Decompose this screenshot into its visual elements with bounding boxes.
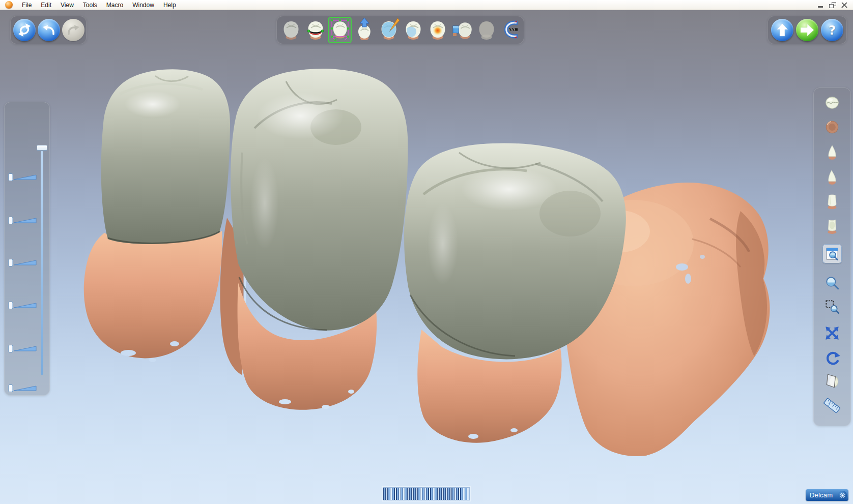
view-mesial-icon <box>823 144 841 161</box>
nav-toolbar: ? <box>767 16 847 44</box>
morph-surface-icon <box>402 17 425 43</box>
teeth-scene <box>0 0 853 504</box>
proximal-contact-stage-button[interactable] <box>450 17 474 43</box>
menu-tools[interactable]: Tools <box>78 1 102 10</box>
model-crown-restoration-center[interactable] <box>220 69 408 410</box>
zoom-fit-icon <box>823 245 841 262</box>
stage-disabled-button <box>474 17 498 43</box>
help-button[interactable]: ? <box>821 19 843 41</box>
morph-surface-stage-button[interactable] <box>401 17 425 43</box>
minimize-icon[interactable] <box>817 2 824 8</box>
close-icon[interactable] <box>841 2 848 8</box>
undo-button[interactable] <box>38 19 60 41</box>
menu-file[interactable]: File <box>17 1 36 10</box>
clip-plane-icon <box>823 372 841 390</box>
gingiva-tool-slider[interactable] <box>8 384 38 393</box>
master-slider-handle[interactable] <box>37 145 47 151</box>
view-distal-button[interactable] <box>822 168 842 187</box>
master-slider-track[interactable] <box>41 151 43 375</box>
view-buccal-icon <box>823 193 841 211</box>
margin-line-stage-button[interactable] <box>303 17 327 43</box>
zoom-button[interactable] <box>822 274 842 293</box>
view-mesial-button[interactable] <box>822 143 842 162</box>
delcam-spider-icon <box>838 491 847 499</box>
refresh-button[interactable] <box>13 19 36 41</box>
redo-icon <box>65 22 81 38</box>
crown-base-slider[interactable] <box>8 258 38 267</box>
transform-crown-stage-button[interactable] <box>328 17 352 43</box>
sculpt-brush-stage-button[interactable] <box>377 17 401 43</box>
screw-channel-stage-button[interactable] <box>499 17 523 43</box>
view-occlusal-button[interactable] <box>822 93 842 112</box>
view-buccal-button[interactable] <box>822 192 842 212</box>
stage-disabled-icon <box>475 17 498 43</box>
rotate-view-button[interactable] <box>822 348 842 367</box>
model-crown-restoration-left[interactable] <box>84 69 230 362</box>
restore-icon[interactable] <box>829 2 836 8</box>
dental-cad-window: { "app": { "brand_label": "Delcam", "bra… <box>0 0 853 504</box>
refresh-icon <box>16 22 33 38</box>
menu-bar: File Edit View Tools Macro Window Help <box>0 0 853 10</box>
proximal-contact-icon <box>450 17 474 43</box>
tooth-app-icon <box>5 1 13 9</box>
measure-ruler-icon: 2 <box>823 396 841 414</box>
dome-tool-slider[interactable] <box>8 301 38 310</box>
preparation-tooth-icon <box>279 17 303 43</box>
menu-window[interactable]: Window <box>128 1 159 10</box>
stages-toolbar <box>276 16 524 44</box>
zoom-window-icon <box>823 298 841 315</box>
menu-macro[interactable]: Macro <box>102 1 128 10</box>
view-lingual-icon <box>823 218 841 235</box>
transform-crown-icon <box>328 17 352 43</box>
contact-strength-slider[interactable] <box>8 173 38 182</box>
zoom-window-button[interactable] <box>822 297 842 316</box>
up-button[interactable] <box>771 19 793 41</box>
help-icon: ? <box>829 24 836 37</box>
crown-tool-slider[interactable] <box>8 216 38 225</box>
menu-view[interactable]: View <box>56 1 78 10</box>
sculpt-brush-icon <box>377 17 401 43</box>
screw-channel-icon <box>499 17 523 43</box>
rotate-view-icon <box>823 349 841 366</box>
occlusal-contact-map-icon <box>426 17 449 43</box>
history-toolbar <box>10 16 87 44</box>
preparation-tool-slider[interactable] <box>8 344 38 353</box>
view-gingival-icon <box>823 118 841 136</box>
up-arrow-icon <box>774 22 790 38</box>
view-occlusal-icon <box>823 94 841 111</box>
view-gingival-button[interactable] <box>822 117 842 137</box>
zoom-level-barcode[interactable] <box>383 487 470 500</box>
pan-icon <box>823 324 841 342</box>
undo-icon <box>41 22 57 38</box>
zoom-icon <box>823 275 841 292</box>
occlusal-contact-map-stage-button[interactable] <box>425 17 449 43</box>
margin-line-icon <box>304 17 327 43</box>
next-button[interactable] <box>796 19 818 41</box>
brand-label: Delcam <box>810 491 838 499</box>
clip-plane-button[interactable] <box>822 371 842 391</box>
menu-help[interactable]: Help <box>159 1 181 10</box>
preparation-stage-button[interactable] <box>279 17 303 43</box>
pan-button[interactable] <box>822 323 842 343</box>
view-lingual-button[interactable] <box>822 217 842 236</box>
menu-edit[interactable]: Edit <box>36 1 56 10</box>
measure-ruler-button[interactable]: 2 <box>822 396 842 415</box>
brand-badge: Delcam <box>806 489 848 501</box>
insertion-direction-icon <box>353 17 376 43</box>
zoom-fit-button[interactable] <box>822 244 842 263</box>
window-controls <box>817 2 853 8</box>
redo-button <box>62 19 84 41</box>
insertion-direction-stage-button[interactable] <box>352 17 376 43</box>
next-arrow-icon <box>799 22 815 38</box>
view-distal-icon <box>823 169 841 186</box>
